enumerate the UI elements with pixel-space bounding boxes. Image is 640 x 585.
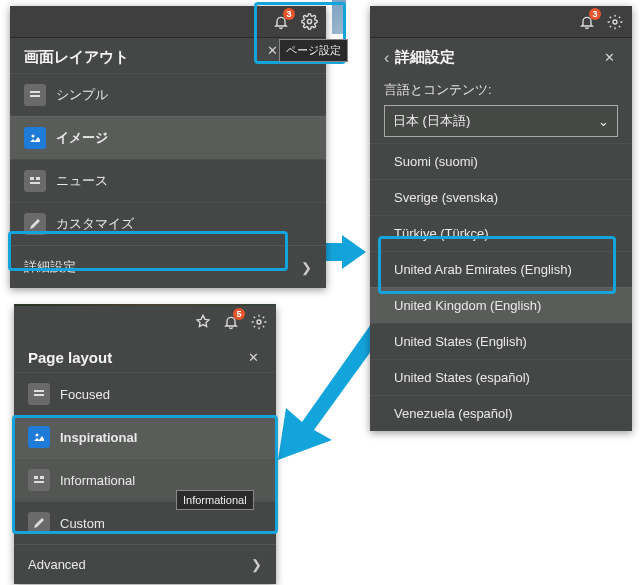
svg-point-11 — [36, 434, 39, 437]
language-option[interactable]: Suomi (suomi) — [370, 143, 632, 179]
panel-title: 詳細設定 — [395, 48, 600, 67]
svg-point-3 — [32, 135, 35, 138]
back-icon[interactable]: ‹ — [384, 49, 389, 67]
svg-rect-6 — [30, 182, 40, 184]
item-tooltip: Informational — [176, 490, 254, 510]
language-option-list: Suomi (suomi) Sverige (svenska) Türkiye … — [370, 143, 632, 431]
notification-badge: 3 — [283, 8, 295, 20]
language-option[interactable]: Venezuela (español) — [370, 395, 632, 431]
svg-rect-1 — [30, 91, 40, 93]
language-option[interactable]: United States (English) — [370, 323, 632, 359]
layout-item-inspirational[interactable]: Inspirational — [14, 415, 276, 458]
layout-option-list: Focused Inspirational Informational Cust… — [14, 372, 276, 544]
notification-badge: 5 — [233, 308, 245, 320]
layout-item-label: Inspirational — [60, 430, 137, 445]
layout-item-custom[interactable]: カスタマイズ — [10, 202, 326, 245]
gear-icon[interactable] — [298, 11, 320, 33]
svg-point-7 — [613, 20, 617, 24]
advanced-settings-row[interactable]: 詳細設定 ❯ — [10, 245, 326, 288]
svg-rect-10 — [34, 394, 44, 396]
layout-item-label: カスタマイズ — [56, 215, 134, 233]
layout-item-label: Focused — [60, 387, 110, 402]
image-icon — [24, 127, 46, 149]
image-icon — [28, 426, 50, 448]
layout-option-list: シンプル イメージ ニュース カスタマイズ — [10, 73, 326, 245]
language-option[interactable]: Sverige (svenska) — [370, 179, 632, 215]
svg-point-0 — [307, 19, 311, 23]
svg-rect-14 — [34, 481, 44, 483]
svg-rect-9 — [34, 390, 44, 392]
layout-item-simple[interactable]: シンプル — [10, 73, 326, 116]
gear-icon[interactable] — [604, 11, 626, 33]
gear-tooltip: ページ設定 — [279, 39, 348, 62]
language-option[interactable]: Türkiye (Türkçe) — [370, 215, 632, 251]
page-title: 画面レイアウト — [24, 48, 129, 67]
pencil-icon — [24, 213, 46, 235]
svg-rect-5 — [36, 177, 40, 180]
svg-rect-13 — [40, 476, 44, 479]
svg-rect-12 — [34, 476, 38, 479]
chevron-right-icon: ❯ — [251, 557, 262, 572]
layout-item-label: シンプル — [56, 86, 108, 104]
advanced-label: Advanced — [28, 557, 86, 572]
language-section-label: 言語とコンテンツ: — [370, 73, 632, 105]
layout-item-news[interactable]: ニュース — [10, 159, 326, 202]
notifications-bell-icon[interactable]: 3 — [270, 11, 292, 33]
chevron-down-icon: ⌄ — [598, 114, 609, 129]
language-selected: 日本 (日本語) — [393, 112, 470, 130]
language-option[interactable]: United Arab Emirates (English) — [370, 251, 632, 287]
gear-icon[interactable] — [248, 311, 270, 333]
close-icon[interactable]: ✕ — [600, 49, 618, 67]
rewards-icon[interactable] — [192, 311, 214, 333]
focused-icon — [24, 84, 46, 106]
layout-item-label: ニュース — [56, 172, 108, 190]
page-title: Page layout — [28, 349, 112, 366]
svg-rect-2 — [30, 95, 40, 97]
notifications-bell-icon[interactable]: 5 — [220, 311, 242, 333]
close-icon[interactable]: ✕ — [244, 348, 262, 366]
layout-item-label: イメージ — [56, 129, 108, 147]
advanced-label: 詳細設定 — [24, 258, 76, 276]
svg-point-8 — [257, 320, 261, 324]
focused-icon — [28, 383, 50, 405]
chevron-right-icon: ❯ — [301, 260, 312, 275]
language-select[interactable]: 日本 (日本語) ⌄ — [384, 105, 618, 137]
advanced-row[interactable]: Advanced ❯ — [14, 544, 276, 584]
notifications-bell-icon[interactable]: 3 — [576, 11, 598, 33]
layout-item-label: Custom — [60, 516, 105, 531]
layout-item-image[interactable]: イメージ — [10, 116, 326, 159]
news-icon — [24, 170, 46, 192]
news-icon — [28, 469, 50, 491]
close-icon[interactable]: ✕ — [263, 41, 281, 59]
layout-item-label: Informational — [60, 473, 135, 488]
language-option[interactable]: United Kingdom (English) — [370, 287, 632, 323]
notification-badge: 3 — [589, 8, 601, 20]
layout-item-focused[interactable]: Focused — [14, 372, 276, 415]
svg-rect-4 — [30, 177, 34, 180]
pencil-icon — [28, 512, 50, 534]
language-option[interactable]: United States (español) — [370, 359, 632, 395]
